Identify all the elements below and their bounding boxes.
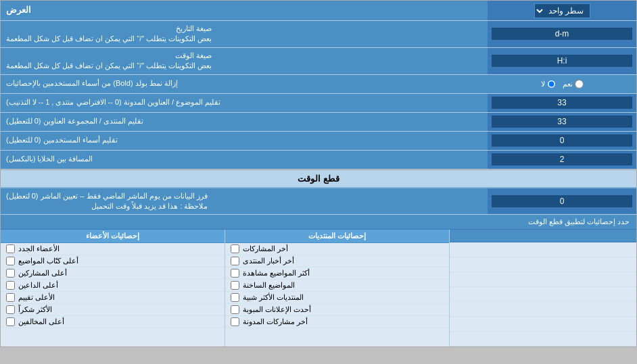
forum-titles-input[interactable]: 33 <box>492 115 632 128</box>
noted-participation-checkbox[interactable] <box>231 317 239 326</box>
last-posts-checkbox[interactable] <box>231 244 239 253</box>
date-format-label: صيغة التاريخبعض التكوينات يتطلب "/" التي… <box>1 21 488 47</box>
cutoff-header-label: قطع الوقت <box>1 170 636 187</box>
cutoff-days-label: فرز البيانات من يوم الماشر الماضي فقط --… <box>1 188 488 215</box>
display-select-cell: سطر واحد سطرين ثلاثة أسطر <box>488 1 636 20</box>
bold-radio-cell: نعم لا <box>488 75 636 93</box>
time-format-input[interactable]: H:i <box>492 55 632 67</box>
list-item: أكثر المواضيع مشاهدة <box>225 267 449 280</box>
cutoff-section-header: قطع الوقت <box>1 170 636 188</box>
bold-no-radio[interactable] <box>547 80 556 88</box>
top-posters-checkbox[interactable] <box>6 257 15 265</box>
list-item: أعلى كتّاب المواضيع <box>1 255 225 267</box>
empty-col-header <box>450 230 636 242</box>
empty-left-col <box>449 230 636 346</box>
forum-titles-label: تقليم المنتدى / المجموعة العناوين (0 للت… <box>1 113 488 131</box>
topics-titles-label: تقليم الموضوع / العناوين المدونة (0 -- ا… <box>1 94 488 112</box>
date-format-input[interactable]: d-m <box>492 28 632 40</box>
time-format-label: صيغة الوقتبعض التكوينات يتطلب "/" التي ي… <box>1 48 488 74</box>
hot-topics-checkbox[interactable] <box>231 281 239 290</box>
top-contributors-checkbox[interactable] <box>6 269 15 278</box>
list-item: الأكثر شكراً <box>1 304 225 316</box>
forum-news-checkbox[interactable] <box>231 257 239 265</box>
list-item: أخر مشاركات المدونة <box>225 316 449 328</box>
list-item: الأعضاء الجدد <box>1 243 225 255</box>
bold-remove-row: نعم لا إزالة نمط بولد (Bold) من أسماء ال… <box>1 75 636 94</box>
time-format-row: H:i صيغة الوقتبعض التكوينات يتطلب "/" ال… <box>1 48 636 75</box>
user-names-label: تقليم أسماء المستخدمين (0 للتعطيل) <box>1 132 488 150</box>
topics-titles-row: 33 تقليم الموضوع / العناوين المدونة (0 -… <box>1 94 636 113</box>
cell-spacing-input-cell: 2 <box>488 151 636 169</box>
forum-input-cell: 33 <box>488 113 636 131</box>
forums-stats-col: إحصائيات المنتديات أخر المشاركات أخر أخب… <box>225 230 449 346</box>
list-item: أعلى المشاركين <box>1 267 225 280</box>
bold-yes-label: نعم <box>563 80 584 88</box>
most-viewed-checkbox[interactable] <box>231 269 239 278</box>
list-item: المواضيع الساخنة <box>225 280 449 292</box>
usernames-input-cell: 0 <box>488 132 636 150</box>
cutoff-days-row: 0 فرز البيانات من يوم الماشر الماضي فقط … <box>1 188 636 215</box>
bold-no-label: لا <box>541 80 556 88</box>
time-format-input-cell: H:i <box>488 48 636 74</box>
list-item: أعلى المخالفين <box>1 316 225 328</box>
list-item: المنتديات الأكثر شبية <box>225 292 449 304</box>
cell-spacing-input[interactable]: 2 <box>492 153 632 165</box>
apply-cutoff-header: حدد إحصائيات لتطبيق قطع الوقت <box>1 215 636 230</box>
forum-titles-row: 33 تقليم المنتدى / المجموعة العناوين (0 … <box>1 113 636 132</box>
topics-titles-input[interactable]: 33 <box>492 97 632 109</box>
top-rated-checkbox[interactable] <box>6 293 15 302</box>
date-format-row: d-m صيغة التاريخبعض التكوينات يتطلب "/" … <box>1 21 636 48</box>
most-thanked-checkbox[interactable] <box>6 305 15 314</box>
list-item: أعلى الداعين <box>1 280 225 292</box>
list-item: أخر المشاركات <box>225 243 449 255</box>
display-label: العرض <box>1 1 488 20</box>
cell-spacing-row: 2 المسافة بين الخلايا (بالبكسل) <box>1 151 636 170</box>
user-names-row: 0 تقليم أسماء المستخدمين (0 للتعطيل) <box>1 132 636 151</box>
list-item: الأعلى تقييم <box>1 292 225 304</box>
date-format-input-cell: d-m <box>488 21 636 47</box>
top-reporters-checkbox[interactable] <box>6 317 15 326</box>
checkboxes-area: إحصائيات المنتديات أخر المشاركات أخر أخب… <box>1 230 636 346</box>
cutoff-input-cell: 0 <box>488 188 636 215</box>
popular-forums-checkbox[interactable] <box>231 293 239 302</box>
recent-ads-checkbox[interactable] <box>231 305 239 314</box>
cell-spacing-label: المسافة بين الخلايا (بالبكسل) <box>1 151 488 169</box>
display-select[interactable]: سطر واحد سطرين ثلاثة أسطر <box>534 3 590 18</box>
new-members-checkbox[interactable] <box>6 244 15 253</box>
topics-input-cell: 33 <box>488 94 636 112</box>
list-item: أحدث الإعلانات المبوبة <box>225 304 449 316</box>
members-stats-header: إحصائيات الأعضاء <box>1 230 225 243</box>
top-views-user-checkbox[interactable] <box>6 281 15 290</box>
bold-remove-label: إزالة نمط بولد (Bold) من أسماء المستخدمي… <box>1 75 488 93</box>
members-stats-col: إحصائيات الأعضاء الأعضاء الجدد أعلى كتّا… <box>1 230 225 346</box>
cutoff-days-input[interactable]: 0 <box>492 195 632 207</box>
bold-yes-radio[interactable] <box>575 80 584 88</box>
user-names-input[interactable]: 0 <box>492 134 632 147</box>
forums-stats-header: إحصائيات المنتديات <box>225 230 449 243</box>
list-item: أخر أخبار المنتدى <box>225 255 449 267</box>
